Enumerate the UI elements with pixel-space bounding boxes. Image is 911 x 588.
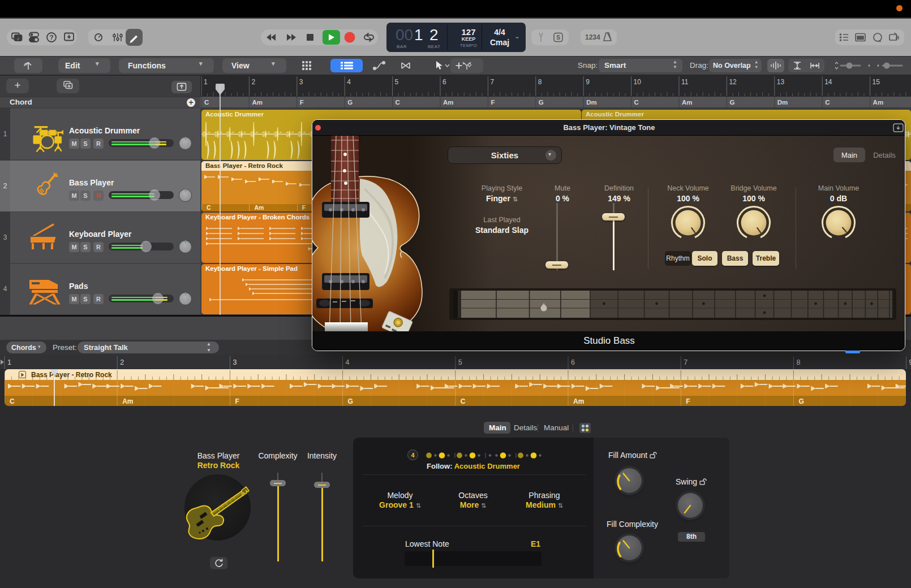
svg-text:7: 7 <box>684 358 687 366</box>
svg-text:6: 6 <box>442 78 446 86</box>
svg-text:4: 4 <box>347 78 351 86</box>
svg-text:C: C <box>204 99 209 106</box>
svg-text:S: S <box>556 34 560 41</box>
svg-text:Am: Am <box>573 397 584 405</box>
svg-text:Dm: Dm <box>586 99 597 106</box>
svg-text:6: 6 <box>571 358 575 366</box>
svg-text:G: G <box>347 99 353 106</box>
svg-text:G: G <box>729 99 734 106</box>
svg-text:G: G <box>539 99 544 106</box>
svg-text:C: C <box>825 99 830 106</box>
svg-text:1: 1 <box>204 78 208 86</box>
svg-text:13: 13 <box>777 78 785 86</box>
svg-text:C: C <box>461 397 466 405</box>
svg-text:8: 8 <box>796 358 800 366</box>
svg-text:8: 8 <box>538 78 542 86</box>
svg-text:Am: Am <box>122 397 133 405</box>
svg-text:F: F <box>491 99 495 106</box>
svg-text:10: 10 <box>634 78 642 86</box>
svg-text:C: C <box>634 99 639 106</box>
svg-text:G: G <box>348 397 353 405</box>
svg-text:Dm: Dm <box>777 99 788 106</box>
svg-text:7: 7 <box>490 78 494 86</box>
svg-text:12: 12 <box>729 78 737 86</box>
svg-text:F: F <box>300 99 304 106</box>
svg-text:Am: Am <box>443 99 454 106</box>
svg-text:Am: Am <box>682 99 693 106</box>
svg-text:C: C <box>396 99 400 106</box>
svg-text:2: 2 <box>251 78 255 86</box>
svg-text:Am: Am <box>873 99 884 106</box>
svg-text:C: C <box>10 397 15 405</box>
svg-text:2: 2 <box>120 358 124 366</box>
svg-text:?: ? <box>50 34 54 41</box>
svg-text:♪: ♪ <box>17 36 20 41</box>
svg-text:5: 5 <box>395 78 399 86</box>
svg-text:14: 14 <box>824 78 832 86</box>
svg-text:1: 1 <box>7 358 11 366</box>
svg-text:F: F <box>235 397 239 405</box>
svg-text:9: 9 <box>586 78 590 86</box>
svg-text:15: 15 <box>873 78 880 86</box>
svg-text:3: 3 <box>233 358 237 366</box>
svg-text:9: 9 <box>909 358 911 366</box>
svg-text:Am: Am <box>252 99 263 106</box>
svg-text:3: 3 <box>299 78 303 86</box>
svg-text:4: 4 <box>346 358 350 366</box>
svg-text:5: 5 <box>458 358 462 366</box>
svg-text:11: 11 <box>681 78 689 86</box>
svg-text:G: G <box>798 397 803 405</box>
svg-text:F: F <box>686 397 690 405</box>
